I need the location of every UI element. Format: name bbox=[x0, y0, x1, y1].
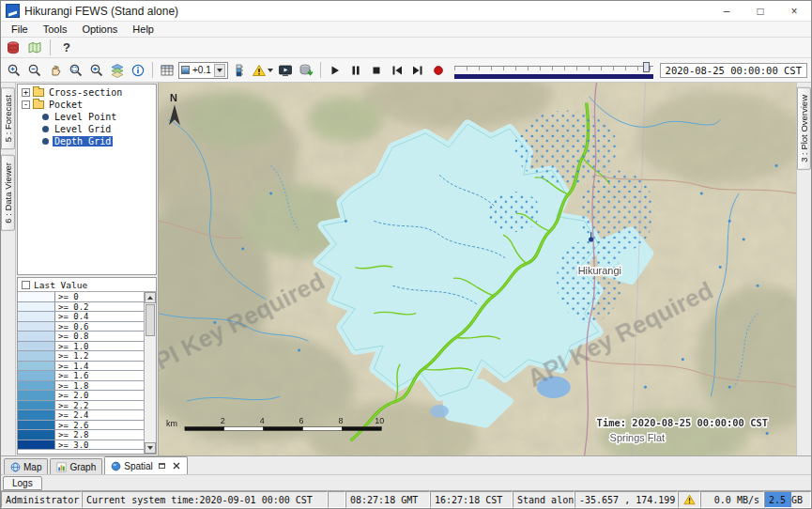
scroll-up-button[interactable] bbox=[145, 292, 156, 303]
arrow-down-icon bbox=[147, 446, 153, 450]
tab-spatial[interactable]: Spatial bbox=[104, 456, 188, 474]
main-area: 5 : Forecast 6 : Data Viewer + Cross-sec… bbox=[1, 83, 811, 455]
zoom-out-button[interactable] bbox=[25, 61, 44, 80]
close-panel-button[interactable] bbox=[172, 461, 181, 470]
legend-title: Last Value bbox=[34, 280, 87, 290]
tree-item-pocket[interactable]: - Pocket bbox=[18, 99, 156, 111]
legend-swatch bbox=[18, 292, 55, 301]
class-interval-combo[interactable]: +0.1 bbox=[178, 62, 228, 79]
legend-swatch bbox=[18, 342, 55, 351]
step-back-icon bbox=[390, 63, 405, 78]
zoom-in-button[interactable] bbox=[5, 61, 23, 80]
step-back-button[interactable] bbox=[388, 61, 406, 80]
record-button[interactable] bbox=[429, 61, 448, 80]
layers-panel: + Cross-section - Pocket Level Point Lev… bbox=[16, 83, 159, 455]
scale-unit-label: km bbox=[166, 419, 177, 428]
tree-item-label-selected: Depth Grid bbox=[53, 136, 113, 147]
status-user: Administrator bbox=[1, 491, 82, 508]
scale-tick-label: 4 bbox=[260, 416, 265, 425]
legend-label: >= 1.4 bbox=[55, 362, 144, 371]
tree-item-level-point[interactable]: Level Point bbox=[18, 111, 156, 123]
combo-dropdown-button[interactable] bbox=[214, 64, 225, 77]
chart-icon bbox=[56, 462, 67, 472]
time-slider-handle[interactable] bbox=[643, 62, 650, 72]
tab-graph[interactable]: Graph bbox=[50, 458, 102, 474]
menu-help[interactable]: Help bbox=[125, 23, 161, 36]
maximize-button[interactable]: □ bbox=[743, 1, 777, 21]
time-span-bar bbox=[454, 74, 653, 79]
grid-display-button[interactable] bbox=[158, 61, 176, 80]
menu-options[interactable]: Options bbox=[74, 23, 125, 36]
record-icon bbox=[431, 63, 446, 78]
legend-label: >= 0.6 bbox=[55, 322, 144, 332]
menubar: File Tools Options Help bbox=[1, 22, 811, 38]
screen-play-icon bbox=[278, 63, 293, 78]
tree-item-depth-grid[interactable]: Depth Grid bbox=[18, 135, 156, 147]
time-slider-ticks bbox=[454, 67, 653, 70]
menu-tools[interactable]: Tools bbox=[36, 23, 75, 36]
expand-plus-icon[interactable]: + bbox=[22, 88, 30, 97]
time-slider[interactable] bbox=[454, 61, 653, 80]
chevron-down-icon bbox=[268, 69, 273, 72]
scroll-down-button[interactable] bbox=[145, 442, 156, 454]
tab-label: Map bbox=[23, 462, 41, 472]
open-map-button[interactable] bbox=[25, 39, 44, 57]
sidebar-tab-forecast[interactable]: 5 : Forecast bbox=[1, 87, 15, 149]
tab-map[interactable]: Map bbox=[4, 458, 48, 474]
legend-row: >= 2.6 bbox=[18, 421, 144, 431]
play-button[interactable] bbox=[326, 61, 345, 80]
status-warning-cell[interactable] bbox=[678, 491, 700, 508]
spatial-sphere-icon bbox=[111, 461, 121, 471]
info-icon bbox=[130, 63, 146, 78]
stop-button[interactable] bbox=[367, 61, 386, 80]
legend-swatch bbox=[18, 391, 55, 400]
export-data-button[interactable] bbox=[297, 61, 315, 80]
layer-node-icon bbox=[42, 138, 49, 145]
layers-button[interactable] bbox=[108, 61, 127, 80]
color-scale-button[interactable] bbox=[230, 61, 249, 80]
legend-label: >= 0.2 bbox=[55, 302, 144, 312]
legend-scrollbar[interactable] bbox=[144, 292, 156, 454]
status-download-rate: 0.0 MB/s bbox=[700, 491, 764, 508]
tree-item-cross-section[interactable]: + Cross-section bbox=[18, 86, 156, 99]
menu-file[interactable]: File bbox=[4, 23, 36, 36]
sidebar-tab-plot-overview[interactable]: 3 : Plot Overview bbox=[797, 87, 811, 170]
scrollbar-track[interactable] bbox=[145, 337, 156, 442]
last-value-checkbox[interactable] bbox=[22, 281, 30, 289]
right-tab-strip: 3 : Plot Overview bbox=[796, 83, 811, 455]
info-button[interactable] bbox=[129, 61, 147, 80]
logs-tab-button[interactable]: Logs bbox=[3, 476, 42, 490]
tree-item-level-grid[interactable]: Level Grid bbox=[18, 123, 156, 135]
step-forward-button[interactable] bbox=[408, 61, 427, 80]
close-button[interactable]: × bbox=[777, 1, 811, 21]
status-spacer bbox=[328, 491, 345, 508]
tab-label: Spatial bbox=[124, 461, 153, 471]
legend-label: >= 1.2 bbox=[55, 351, 144, 361]
globe-icon bbox=[10, 462, 21, 472]
zoom-box-button[interactable] bbox=[67, 61, 85, 80]
pan-button[interactable] bbox=[46, 61, 65, 80]
window-title: Hikurangi FEWS (Stand alone) bbox=[24, 5, 178, 18]
zoom-extent-button[interactable] bbox=[87, 61, 106, 80]
help-button[interactable]: ? bbox=[56, 39, 77, 57]
status-cst-time: 16:27:18 CST bbox=[430, 491, 513, 508]
pause-button[interactable] bbox=[346, 61, 365, 80]
minimize-button[interactable]: – bbox=[710, 1, 743, 21]
tab-label: Graph bbox=[69, 462, 96, 472]
left-tab-strip: 5 : Forecast 6 : Data Viewer bbox=[1, 83, 16, 455]
animation-button[interactable] bbox=[276, 61, 295, 80]
collapse-minus-icon[interactable]: - bbox=[22, 100, 30, 109]
legend-row: >= 0 bbox=[18, 292, 144, 302]
legend-swatch bbox=[18, 351, 55, 361]
float-panel-button[interactable] bbox=[158, 461, 167, 470]
legend-label: >= 2.4 bbox=[55, 410, 144, 420]
sidebar-tab-data-viewer[interactable]: 6 : Data Viewer bbox=[1, 155, 15, 231]
current-datetime-field[interactable]: 2020-08-25 00:00:00 CST bbox=[660, 63, 807, 78]
app-window: Hikurangi FEWS (Stand alone) – □ × File … bbox=[0, 0, 812, 509]
scale-tick-label: 2 bbox=[221, 416, 225, 425]
thresholds-button[interactable] bbox=[251, 61, 274, 80]
database-button[interactable] bbox=[4, 39, 23, 57]
map-canvas[interactable]: API Key Required API Key Required Hikura… bbox=[159, 83, 796, 455]
scrollbar-thumb[interactable] bbox=[146, 304, 155, 336]
toolbar-separator bbox=[152, 62, 153, 78]
